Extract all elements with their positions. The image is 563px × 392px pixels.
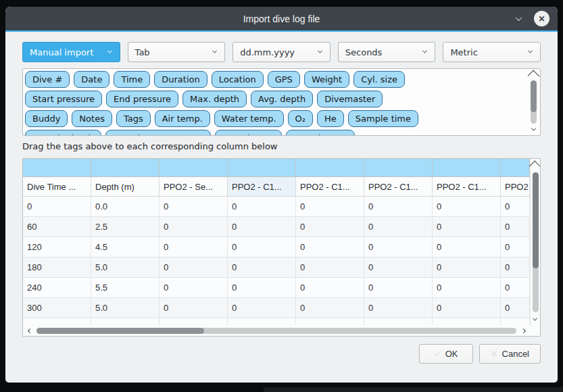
table-row-cell: 0	[160, 237, 228, 257]
scroll-right-arrow[interactable]	[519, 326, 527, 335]
table-row-cell: 0	[433, 258, 501, 277]
table-row-cell: 0	[160, 217, 228, 237]
table-row-cell: 0	[23, 197, 91, 216]
ok-button[interactable]: ✓ OK	[419, 344, 473, 364]
drop-target-cell[interactable]	[160, 159, 228, 176]
table-row-cell: 0	[228, 298, 296, 318]
tags-scrollbar-thumb[interactable]	[531, 80, 537, 112]
tag-chip[interactable]: Notes	[72, 110, 112, 127]
drop-target-cell[interactable]	[501, 159, 530, 176]
tag-chip[interactable]: End pressure	[106, 91, 178, 107]
duration-format-select[interactable]: Seconds	[338, 42, 436, 62]
tag-chip[interactable]: Dive #	[25, 71, 70, 88]
tag-chip[interactable]: Avg. depth	[251, 91, 313, 107]
table-row-cell: 0	[228, 258, 296, 277]
window-titlebar[interactable]: Import dive log file ✕	[5, 7, 558, 32]
tag-chip[interactable]: Location	[212, 71, 264, 88]
tag-chip[interactable]: Sample time	[348, 110, 418, 127]
table-row-cell: 0	[501, 278, 530, 297]
table-row-cell: 0	[160, 197, 228, 216]
tag-chip[interactable]: Date	[74, 71, 109, 88]
scroll-left-arrow[interactable]	[26, 326, 34, 335]
table-row-cell: 300	[23, 298, 91, 318]
import-options-row: Manual import Tab dd.mm.yyyy Seconds Met…	[22, 42, 541, 62]
table-row-cell: 0	[433, 298, 501, 318]
drop-target-cell[interactable]	[91, 159, 160, 176]
units-select[interactable]: Metric	[443, 42, 541, 62]
tag-chip[interactable]: Sample depth	[25, 130, 101, 135]
chevron-down-icon	[212, 49, 217, 53]
date-format-select[interactable]: dd.mm.yyyy	[232, 42, 331, 62]
tag-chip[interactable]: Sample temperature	[105, 130, 212, 135]
titlebar-controls: ✕	[512, 7, 549, 30]
tag-chip[interactable]: GPS	[268, 71, 300, 88]
tag-chip[interactable]: Sample pO₂	[215, 130, 282, 135]
table-row-cell: 0	[160, 258, 228, 277]
table-row-cell: 0	[160, 278, 228, 297]
scroll-down-arrow[interactable]	[529, 125, 538, 133]
scroll-up-arrow[interactable]	[529, 71, 538, 79]
tag-chip[interactable]: Sample CNS	[286, 130, 355, 135]
table-row: 1204.5000000	[23, 237, 530, 258]
table-row-cell: 0	[501, 217, 530, 237]
table-row-cell: 0	[501, 237, 530, 257]
scroll-down-arrow[interactable]	[531, 315, 539, 323]
cancel-icon: ✕	[491, 349, 498, 359]
tag-row: Dive #DateTimeDurationLocationGPSWeightC…	[25, 71, 527, 88]
column-header-cell[interactable]: Dive Time ...	[23, 177, 91, 196]
tag-row: Sample depthSample temperatureSample pO₂…	[25, 130, 527, 135]
table-row-cell: 0.0	[91, 197, 160, 216]
tag-list-panel: Dive #DateTimeDurationLocationGPSWeightC…	[22, 68, 541, 136]
vertical-scrollbar-thumb[interactable]	[533, 172, 539, 268]
column-header-cell[interactable]: PPO2 - C1...	[296, 177, 364, 196]
tag-chip[interactable]: Air temp.	[155, 110, 210, 127]
drop-target-cell[interactable]	[364, 159, 433, 176]
drop-target-cell[interactable]	[23, 159, 91, 176]
tag-chip[interactable]: Cyl. size	[353, 71, 405, 88]
tag-chip[interactable]: Water temp.	[214, 110, 284, 127]
tag-chip[interactable]: Time	[114, 71, 150, 88]
import-type-select[interactable]: Manual import	[22, 42, 120, 62]
tag-chip[interactable]: Tags	[116, 110, 151, 127]
tag-chip[interactable]: Max. depth	[182, 91, 247, 107]
column-header-cell[interactable]: PPO2 - C1...	[228, 177, 296, 196]
scrollbar-corner	[530, 326, 540, 336]
drop-target-cell[interactable]	[433, 159, 501, 176]
shade-button[interactable]	[512, 13, 524, 25]
tag-chip[interactable]: Divemaster	[317, 91, 383, 107]
table-vertical-scrollbar	[530, 159, 540, 326]
tag-chip[interactable]: Start pressure	[25, 91, 102, 107]
drop-target-cell[interactable]	[228, 159, 296, 176]
scroll-up-arrow[interactable]	[531, 162, 539, 170]
column-header-cell[interactable]: PPO2 - Se...	[160, 177, 228, 196]
horizontal-scrollbar-thumb[interactable]	[36, 328, 204, 334]
table-row-cell: 0	[364, 217, 433, 237]
tag-chip[interactable]: Duration	[154, 71, 207, 88]
table-row: 3005.0000000	[23, 298, 530, 318]
column-header-cell[interactable]: PPO2 - C1...	[364, 177, 433, 196]
table-row-cell: 0	[228, 237, 296, 257]
tag-chip[interactable]: Weight	[304, 71, 349, 88]
column-header: Dive Time ...Depth (m)PPO2 - Se...PPO2 -…	[23, 177, 530, 197]
column-header-cell[interactable]: Depth (m)	[91, 177, 160, 196]
chevron-down-icon	[422, 49, 427, 53]
date-format-value: dd.mm.yyyy	[240, 47, 295, 57]
table-row-cell: 0	[433, 237, 501, 257]
chevron-up-icon	[529, 161, 541, 173]
field-separator-select[interactable]: Tab	[128, 42, 226, 62]
units-value: Metric	[450, 47, 477, 57]
chevron-down-icon	[533, 316, 537, 320]
cancel-button[interactable]: ✕ Cancel	[479, 344, 541, 364]
table-row-cell: 5.5	[91, 278, 160, 297]
table-row-partial-cell	[228, 318, 296, 325]
column-header-cell[interactable]: PPO2 - C1...	[433, 177, 501, 196]
close-button[interactable]: ✕	[534, 11, 549, 26]
tag-chip[interactable]: He	[317, 110, 344, 127]
table-row: 602.5000000	[23, 217, 530, 237]
drop-target-cell[interactable]	[296, 159, 364, 176]
tag-chip[interactable]: Buddy	[25, 110, 68, 127]
tag-chip[interactable]: O₂	[288, 110, 313, 127]
background-strip	[264, 387, 563, 392]
table-row-cell: 120	[23, 237, 91, 257]
column-header-cell[interactable]: PPO2 - C1...	[501, 177, 530, 196]
